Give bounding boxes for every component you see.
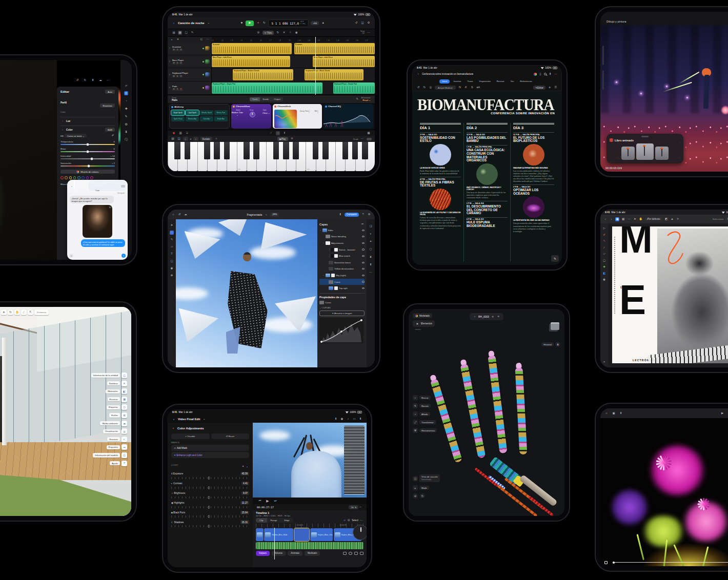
orientation-cube[interactable] bbox=[551, 322, 559, 330]
more-icon[interactable]: ⋯ bbox=[206, 37, 210, 42]
slider-exposure[interactable]: ± Exposure45.59 bbox=[171, 472, 249, 479]
append-icon[interactable] bbox=[360, 552, 363, 555]
preset-dropdown[interactable]: ‹ Por defecto › bbox=[645, 217, 663, 221]
presets-icon[interactable]: ◍ bbox=[124, 122, 128, 126]
stop-icon[interactable]: ■ bbox=[239, 21, 244, 25]
black-key[interactable] bbox=[322, 142, 329, 159]
panel-icon[interactable]: ◐ bbox=[122, 437, 127, 442]
collapse-icon[interactable]: ◱ bbox=[199, 37, 204, 42]
more-icon[interactable]: ⋯ bbox=[369, 271, 373, 275]
mute-button[interactable]: M bbox=[172, 88, 175, 91]
color-mix-button[interactable]: Mezcla de colores bbox=[60, 170, 115, 174]
undo-icon[interactable]: ↺ bbox=[416, 86, 420, 90]
slider-value[interactable]: 9.07 bbox=[241, 491, 249, 495]
magazine-spread[interactable]: M ÚSICA E LECTRÓNICA bbox=[612, 226, 728, 363]
underline-icon[interactable]: S bbox=[470, 86, 474, 90]
filter-icon[interactable]: ≔ bbox=[360, 222, 365, 226]
history-button[interactable]: Historial bbox=[541, 342, 554, 347]
search-icon[interactable] bbox=[544, 73, 547, 75]
style-value[interactable]: Clean ⌄ bbox=[261, 112, 271, 114]
slider-track[interactable] bbox=[60, 158, 115, 159]
photoshop-canvas[interactable] bbox=[176, 219, 317, 367]
slider-ticks[interactable] bbox=[171, 487, 249, 489]
edit-button[interactable]: ✎ Editar bbox=[533, 86, 545, 90]
faders-icon[interactable]: ⫴ bbox=[282, 131, 287, 135]
fill-tool-icon[interactable]: ◆ bbox=[602, 265, 606, 269]
herramientas-icon[interactable]: ⚒ bbox=[413, 428, 418, 433]
tool-añadir[interactable]: ＋Añadir bbox=[413, 411, 437, 417]
panel-icon[interactable]: ⓘ bbox=[122, 452, 127, 458]
region[interactable]: Bass Player - Indie Disco bbox=[212, 56, 290, 67]
black-key[interactable] bbox=[273, 142, 279, 159]
avatar[interactable] bbox=[74, 180, 75, 190]
jog-wheel[interactable] bbox=[353, 525, 367, 540]
layer-row[interactable]: Saturation boost bbox=[319, 259, 365, 266]
tool-buscar[interactable]: ⌕Buscar bbox=[413, 395, 437, 400]
orbit-tool-icon[interactable]: ↻ bbox=[8, 309, 13, 315]
slider-knob[interactable] bbox=[91, 158, 93, 160]
measure-button[interactable]: Medir bbox=[419, 486, 429, 490]
add-track-button[interactable]: + bbox=[170, 37, 174, 42]
regions-view-icon[interactable]: ▤ bbox=[172, 31, 176, 35]
panel-11[interactable]: Ayuda? bbox=[110, 461, 127, 466]
more-icon[interactable]: ⋯ bbox=[106, 78, 110, 82]
toggle[interactable] bbox=[367, 138, 372, 140]
panel-icon[interactable]: ☁ bbox=[122, 421, 127, 426]
settings-icon[interactable]: ⚙ bbox=[367, 21, 371, 25]
region[interactable]: Keyboard Player - Simple Pad bbox=[333, 82, 375, 94]
panel-2[interactable]: Materiales◧ bbox=[106, 388, 127, 394]
black-key[interactable] bbox=[283, 142, 289, 159]
next-frame-icon[interactable]: ⏭ bbox=[273, 499, 277, 503]
cycle-icon[interactable]: ↻ bbox=[262, 21, 266, 25]
play-icon[interactable]: ▶ bbox=[720, 411, 724, 416]
panel-icon[interactable]: ☀ bbox=[122, 381, 127, 386]
more-icon[interactable]: ⋯ bbox=[627, 217, 631, 221]
visibility-eye-icon[interactable] bbox=[362, 230, 365, 231]
timeline-clip[interactable] bbox=[256, 528, 264, 541]
panel-7[interactable]: Visualización◎ bbox=[103, 428, 127, 434]
plus-button[interactable]: + bbox=[69, 254, 73, 258]
disable-button[interactable]: ◐ Disable bbox=[171, 433, 210, 439]
scale-label[interactable]: Scale bbox=[353, 138, 358, 140]
track-lane[interactable]: DrummerDrummer bbox=[212, 42, 375, 55]
track-header-pads[interactable]: 4PadsMSR bbox=[168, 81, 211, 95]
timeline-ruler[interactable]: 1234567891011121314151617 bbox=[212, 37, 375, 42]
share-icon[interactable]: ⬆ bbox=[91, 78, 95, 82]
forward-icon[interactable]: › bbox=[610, 217, 614, 221]
layer-row[interactable]: Top right bbox=[319, 285, 365, 292]
settings-icon[interactable]: ⚙ bbox=[367, 213, 371, 217]
crop-icon[interactable]: ▱ bbox=[124, 84, 128, 88]
transformar-icon[interactable]: ⤢ bbox=[413, 420, 418, 425]
line-tool-icon[interactable]: ∕ bbox=[21, 309, 27, 315]
timeline-scrubber[interactable] bbox=[613, 562, 728, 563]
slider-highlights[interactable]: ◉ Highlights11.27 bbox=[171, 501, 249, 508]
drag-to-image-button[interactable]: ✦ Arrastrar a imagen bbox=[319, 310, 365, 316]
slider-ticks[interactable] bbox=[171, 515, 249, 517]
arpeggiator-icon[interactable]: ✛ bbox=[290, 137, 294, 141]
refresh-icon[interactable]: ↺ bbox=[354, 21, 358, 25]
import-icon[interactable]: ⬇ bbox=[334, 417, 338, 421]
back-icon[interactable]: ‹ bbox=[70, 184, 74, 188]
pencil-tool-icon[interactable]: ∕ bbox=[602, 246, 606, 250]
crop-tool-icon[interactable]: ▱ bbox=[602, 252, 606, 256]
enhance-button[interactable]: ✦ Enhance Light and Color bbox=[171, 452, 249, 458]
tab-edge[interactable]: Edge bbox=[281, 518, 293, 523]
export-icon[interactable]: ⬆ bbox=[369, 263, 373, 267]
comments-icon[interactable]: ◻ bbox=[369, 247, 373, 252]
brush-opacity-slider[interactable] bbox=[602, 70, 604, 90]
playhead[interactable] bbox=[315, 37, 316, 95]
home-icon[interactable]: ⌂ bbox=[473, 315, 477, 319]
slider-intensidad[interactable]: Intensidad+ 14 bbox=[60, 155, 115, 160]
color-section[interactable]: Color bbox=[66, 129, 73, 131]
track-header-drummer[interactable]: 1DrummerMSR bbox=[168, 42, 211, 55]
scrubber-handle[interactable] bbox=[613, 562, 615, 564]
black-key[interactable] bbox=[352, 142, 358, 159]
plugin-chromaverb[interactable]: ChromaVerb Decay Time Wet bbox=[273, 104, 322, 129]
record-button[interactable]: R bbox=[179, 88, 183, 91]
message-photo-attachment[interactable]: × bbox=[83, 205, 112, 238]
slider-temperatura[interactable]: Temperatura0 bbox=[60, 140, 115, 146]
section-view-button[interactable]: Vista de secciónDesactivado bbox=[419, 474, 440, 482]
record-button[interactable]: R bbox=[179, 62, 183, 65]
curves-section[interactable]: ⌄ CURVAS bbox=[319, 306, 365, 309]
tab-range[interactable]: Range bbox=[267, 518, 281, 523]
